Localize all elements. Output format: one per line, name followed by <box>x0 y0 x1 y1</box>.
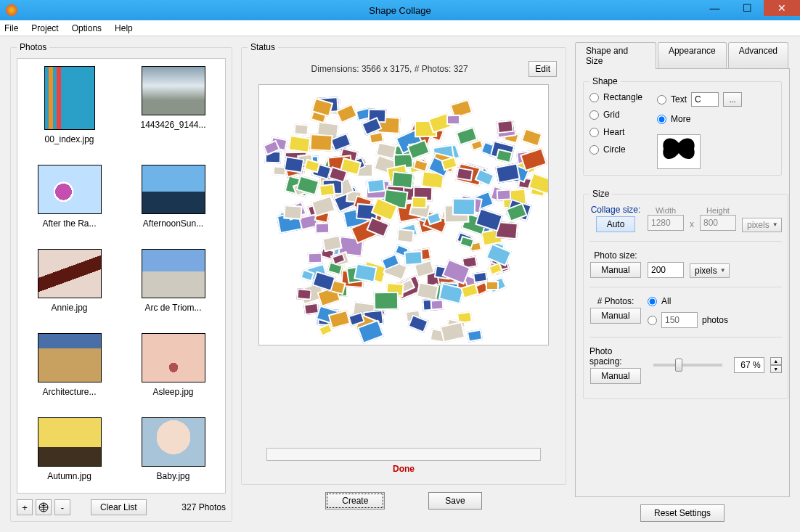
thumb-caption: Asleep.jpg <box>152 387 193 397</box>
shape-text-browse-button[interactable]: ... <box>723 92 742 107</box>
thumb-image <box>142 417 205 467</box>
status-text: Done <box>248 464 560 474</box>
collage-size-mode-button[interactable]: Auto <box>596 216 636 232</box>
add-web-photo-button[interactable] <box>36 499 52 515</box>
clear-list-button[interactable]: Clear List <box>91 499 147 515</box>
shape-preview[interactable] <box>657 134 701 169</box>
shape-fieldset: Shape Rectangle Grid Heart Circle Text .… <box>583 76 782 176</box>
spacing-slider[interactable] <box>653 364 722 367</box>
save-button[interactable]: Save <box>428 492 481 510</box>
globe-icon <box>38 502 49 512</box>
photo-size-label: Photo size: <box>594 250 637 261</box>
shape-grid-radio[interactable]: Grid <box>589 110 642 120</box>
thumb-image <box>38 165 102 214</box>
status-fieldset: Status Dimensions: 3566 x 3175, # Photos… <box>241 42 566 485</box>
menu-help[interactable]: Help <box>115 23 133 33</box>
photo-thumb[interactable]: 1443426_9144... <box>134 66 213 144</box>
close-button[interactable]: ✕ <box>764 0 800 16</box>
thumb-image <box>142 333 205 382</box>
status-legend: Status <box>248 42 278 52</box>
num-photos-input[interactable] <box>661 312 698 328</box>
photo-thumb[interactable]: AfternoonSun... <box>134 165 213 229</box>
chevron-down-icon[interactable]: ▼ <box>770 365 782 373</box>
spacing-input[interactable] <box>734 357 764 373</box>
photo-thumb[interactable]: Asleep.jpg <box>134 333 213 397</box>
shape-rectangle-radio[interactable]: Rectangle <box>589 92 642 102</box>
photos-fieldset: Photos 00_index.jpg1443426_9144...After … <box>10 42 232 522</box>
shape-heart-radio[interactable]: Heart <box>589 127 642 137</box>
minimize-button[interactable]: — <box>698 0 731 16</box>
tab-appearance[interactable]: Appearance <box>658 42 727 69</box>
thumb-image <box>142 165 205 214</box>
photo-unit-select[interactable]: pixels <box>690 263 730 278</box>
menubar: File Project Options Help <box>0 20 800 36</box>
reset-settings-button[interactable]: Reset Settings <box>640 504 725 522</box>
spacing-spinner[interactable]: ▲▼ <box>770 357 782 373</box>
thumb-image <box>38 249 102 298</box>
menu-file[interactable]: File <box>4 23 18 33</box>
shape-text-input[interactable] <box>691 92 719 107</box>
thumb-caption: Architecture... <box>42 387 96 397</box>
thumb-image <box>38 417 102 467</box>
photo-size-mode-button[interactable]: Manual <box>590 262 640 278</box>
edit-button[interactable]: Edit <box>528 61 557 77</box>
tabs: Shape and Size Appearance Advanced <box>575 42 790 69</box>
thumb-image <box>142 66 205 115</box>
photo-thumb[interactable]: After the Ra... <box>30 165 110 229</box>
size-legend: Size <box>589 189 612 199</box>
add-photo-button[interactable]: + <box>17 499 33 515</box>
thumb-image <box>38 333 102 382</box>
butterfly-icon <box>661 137 697 166</box>
thumb-caption: Arc de Triom... <box>144 303 201 313</box>
remove-photo-button[interactable]: - <box>54 499 70 515</box>
size-fieldset: Size Collage size: Auto Width x Height p… <box>583 189 788 399</box>
spacing-label: Photo spacing: <box>589 346 642 367</box>
photo-thumb[interactable]: 00_index.jpg <box>30 66 110 144</box>
thumb-caption: After the Ra... <box>42 218 96 229</box>
photo-size-input[interactable] <box>648 262 684 278</box>
thumb-caption: 00_index.jpg <box>44 134 94 144</box>
slider-thumb[interactable] <box>675 359 682 372</box>
thumb-caption: 1443426_9144... <box>140 120 205 130</box>
maximize-button[interactable]: ☐ <box>731 0 764 16</box>
thumb-caption: Autumn.jpg <box>47 471 91 481</box>
photos-list[interactable]: 00_index.jpg1443426_9144...After the Ra.… <box>17 58 226 494</box>
tab-advanced[interactable]: Advanced <box>728 42 788 69</box>
shape-circle-radio[interactable]: Circle <box>589 144 642 155</box>
height-input[interactable] <box>700 215 736 231</box>
tab-shape-and-size[interactable]: Shape and Size <box>575 42 656 69</box>
num-photos-mode-button[interactable]: Manual <box>590 308 640 324</box>
shape-legend: Shape <box>589 76 621 86</box>
chevron-up-icon[interactable]: ▲ <box>770 357 782 365</box>
photo-thumb[interactable]: Architecture... <box>30 333 110 397</box>
photo-count: 327 Photos <box>181 502 226 512</box>
thumb-caption: Annie.jpg <box>51 303 87 313</box>
thumb-caption: AfternoonSun... <box>143 218 203 229</box>
titlebar: Shape Collage — ☐ ✕ <box>0 0 800 20</box>
num-photos-all-radio[interactable]: All <box>648 296 728 306</box>
photo-thumb[interactable]: Baby.jpg <box>134 417 213 481</box>
shape-text-radio[interactable]: Text <box>657 94 687 105</box>
photo-thumb[interactable]: Arc de Triom... <box>134 249 213 313</box>
photo-thumb[interactable]: Annie.jpg <box>30 249 110 313</box>
num-photos-label: # Photos: <box>597 296 634 306</box>
photos-legend: Photos <box>17 42 49 52</box>
thumb-image <box>142 249 205 298</box>
menu-project[interactable]: Project <box>31 23 58 33</box>
spacing-mode-button[interactable]: Manual <box>590 368 640 384</box>
thumb-caption: Baby.jpg <box>157 471 190 481</box>
progress-bar <box>266 448 541 461</box>
collage-size-label: Collage size: <box>591 205 641 215</box>
collage-preview <box>258 84 549 345</box>
photo-thumb[interactable]: Autumn.jpg <box>30 417 110 481</box>
window-title: Shape Collage <box>0 5 800 16</box>
create-button[interactable]: Create <box>325 492 385 510</box>
shape-more-radio[interactable]: More <box>657 114 742 124</box>
collage-unit-select[interactable]: pixels <box>742 218 782 232</box>
thumb-image <box>44 66 95 130</box>
dimensions-text: Dimensions: 3566 x 3175, # Photos: 327 <box>250 64 528 74</box>
menu-options[interactable]: Options <box>72 23 102 33</box>
width-input[interactable] <box>648 215 684 231</box>
num-photos-count-radio[interactable]: photos <box>648 312 728 328</box>
